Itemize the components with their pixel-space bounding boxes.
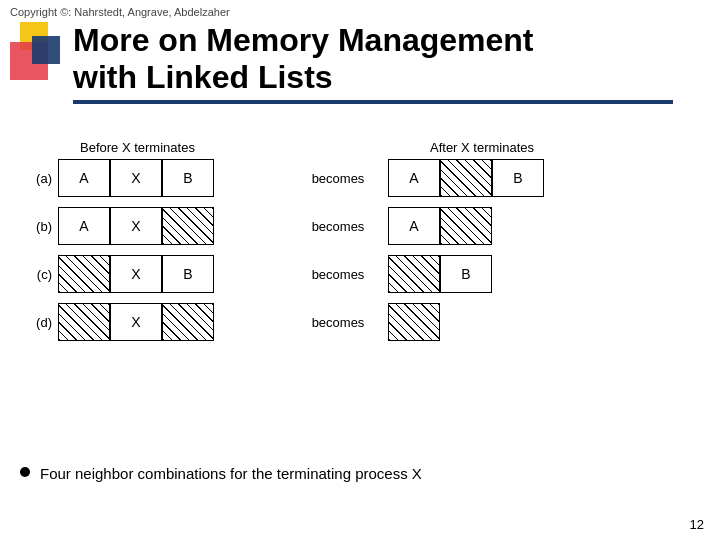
memory-cell: A <box>388 207 440 245</box>
memory-cell: A <box>58 159 110 197</box>
memory-table: Before X terminates After X terminates (… <box>20 140 700 351</box>
before-cells: AXB <box>58 159 288 197</box>
logo-blue <box>32 36 60 64</box>
after-cells: B <box>388 255 618 293</box>
column-headers: Before X terminates After X terminates <box>20 140 700 155</box>
becomes-label: becomes <box>288 171 388 186</box>
before-header: Before X terminates <box>60 140 320 155</box>
memory-cell: X <box>110 207 162 245</box>
memory-cell: X <box>110 159 162 197</box>
memory-cell: B <box>162 159 214 197</box>
memory-cell: X <box>110 303 162 341</box>
row-label: (a) <box>20 171 58 186</box>
before-cells: XB <box>58 255 288 293</box>
row-label: (d) <box>20 315 58 330</box>
before-cells: AX <box>58 207 288 245</box>
before-cells: X <box>58 303 288 341</box>
memory-cell <box>388 303 440 341</box>
main-title-line1: More on Memory Management <box>73 22 673 59</box>
memory-cell: A <box>388 159 440 197</box>
bullet-dot <box>20 467 30 477</box>
title-block: More on Memory Management with Linked Li… <box>65 22 673 104</box>
row-label: (b) <box>20 219 58 234</box>
memory-cell <box>440 159 492 197</box>
after-header: After X terminates <box>420 140 640 155</box>
memory-cell: A <box>58 207 110 245</box>
memory-cell <box>162 303 214 341</box>
becomes-label: becomes <box>288 219 388 234</box>
table-row: (a)AXBbecomesAB <box>20 159 700 197</box>
becomes-label: becomes <box>288 267 388 282</box>
bullet-section: Four neighbor combinations for the termi… <box>20 463 690 484</box>
memory-cell: X <box>110 255 162 293</box>
copyright-text: Copyright ©: Nahrstedt, Angrave, Abdelza… <box>10 6 230 18</box>
memory-cell <box>162 207 214 245</box>
page-number: 12 <box>690 517 704 532</box>
memory-cell <box>58 255 110 293</box>
becomes-label: becomes <box>288 315 388 330</box>
logo-block <box>10 22 65 87</box>
after-cells: A <box>388 207 618 245</box>
table-row: (b)AXbecomesA <box>20 207 700 245</box>
table-row: (d)Xbecomes <box>20 303 700 341</box>
memory-cell <box>440 207 492 245</box>
memory-cell <box>58 303 110 341</box>
row-label: (c) <box>20 267 58 282</box>
memory-cell <box>388 255 440 293</box>
header-area: More on Memory Management with Linked Li… <box>10 22 673 104</box>
title-underline <box>73 100 673 104</box>
after-cells <box>388 303 618 341</box>
bullet-text: Four neighbor combinations for the termi… <box>40 463 422 484</box>
main-title-line2: with Linked Lists <box>73 59 673 96</box>
after-cells: AB <box>388 159 618 197</box>
memory-cell: B <box>162 255 214 293</box>
memory-cell: B <box>440 255 492 293</box>
table-row: (c)XBbecomesB <box>20 255 700 293</box>
memory-cell: B <box>492 159 544 197</box>
rows-container: (a)AXBbecomesAB(b)AXbecomesA(c)XBbecomes… <box>20 159 700 341</box>
